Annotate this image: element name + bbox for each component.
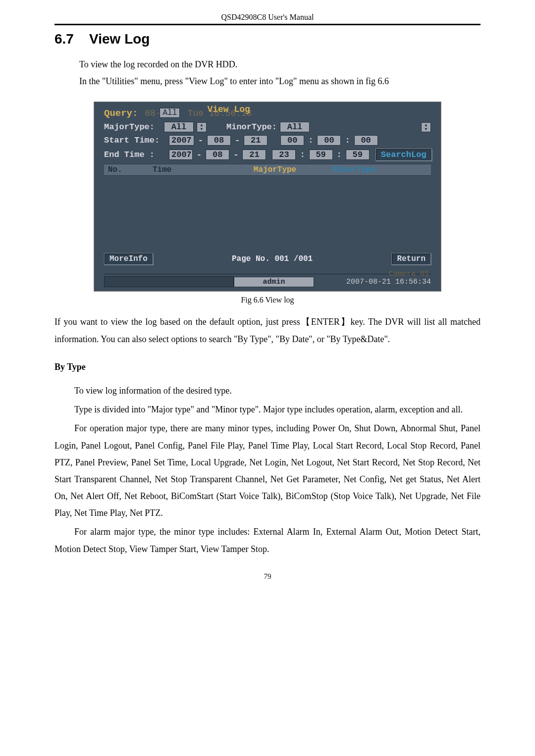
log-table-body	[104, 176, 431, 250]
end-hour[interactable]: 23	[272, 150, 296, 160]
start-sec[interactable]: 00	[354, 135, 378, 146]
start-year[interactable]: 2007	[169, 135, 194, 146]
majortype-spinner[interactable]: ▲▼	[197, 122, 207, 132]
section-name: View Log	[89, 31, 150, 47]
status-user: admin	[234, 277, 314, 287]
bytype-p1: To view log information of the desired t…	[54, 382, 481, 399]
log-table-header: No. Time MajorType MinorType	[104, 164, 431, 176]
return-button[interactable]: Return	[391, 253, 431, 265]
start-day[interactable]: 21	[244, 135, 268, 146]
end-min[interactable]: 59	[309, 150, 333, 160]
view-log-screenshot: Query: 08-2 All Tue 16:56:18 View Log Ma…	[94, 101, 441, 292]
status-time: Camera 01 2007-08-21 16:56:34	[314, 278, 431, 286]
query-label: Query:	[104, 108, 138, 119]
figure-caption: Fig 6.6 View log	[54, 296, 481, 304]
bytype-p3: For operation major type, there are many…	[54, 420, 481, 521]
bytype-heading: By Type	[54, 358, 481, 375]
minortype-spinner[interactable]: ▲▼	[421, 122, 431, 132]
page-number: 79	[54, 572, 481, 581]
bytype-p2: Type is divided into "Major type" and "M…	[54, 401, 481, 418]
bytype-p4: For alarm major type, the minor type inc…	[54, 523, 481, 557]
col-majortype: MajorType	[217, 165, 333, 174]
majortype-value[interactable]: All	[164, 122, 194, 132]
status-left-empty	[104, 276, 234, 287]
page-number-indicator: Page No. 001 /001	[232, 254, 313, 263]
status-camera-ghost: Camera 01	[389, 270, 429, 278]
section-number: 6.7	[54, 31, 74, 47]
minortype-value[interactable]: All	[280, 122, 310, 132]
query-value[interactable]: All	[160, 108, 180, 118]
majortype-label: MajorType:	[104, 122, 161, 132]
col-minortype: MinorType	[333, 165, 427, 174]
col-time: Time	[153, 165, 217, 174]
end-time-label: End Time :	[104, 150, 166, 159]
intro-line-2: In the "Utilities" menu, press "View Log…	[79, 73, 481, 90]
start-min[interactable]: 00	[317, 135, 341, 146]
moreinfo-button[interactable]: MoreInfo	[104, 253, 153, 265]
dialog-title: View Log	[207, 104, 376, 114]
searchlog-button[interactable]: SearchLog	[375, 149, 432, 161]
end-year[interactable]: 2007	[169, 150, 193, 160]
end-month[interactable]: 08	[206, 150, 229, 160]
section-title: 6.7 View Log	[54, 31, 481, 47]
end-day[interactable]: 21	[242, 150, 266, 160]
start-time-label: Start Time:	[104, 136, 166, 145]
start-month[interactable]: 08	[207, 135, 231, 146]
page-header: QSD42908C8 User's Manual	[54, 12, 481, 25]
col-no: No.	[108, 165, 153, 174]
start-hour[interactable]: 00	[280, 135, 304, 146]
end-sec[interactable]: 59	[346, 150, 370, 160]
minortype-label: MinorType:	[226, 122, 277, 132]
intro-line-1: To view the log recorded on the DVR HDD.	[79, 56, 481, 73]
paragraph-1: If you want to view the log based on the…	[54, 313, 481, 347]
